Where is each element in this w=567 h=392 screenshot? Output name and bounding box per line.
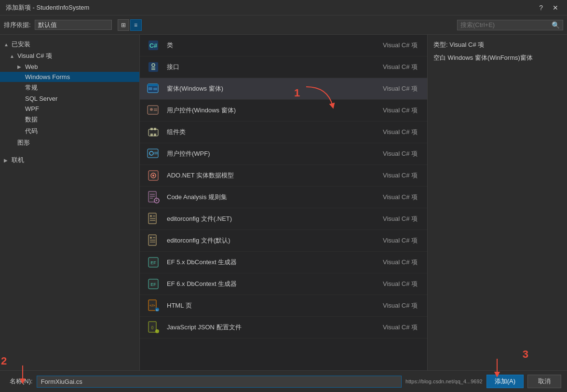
form-icon xyxy=(146,81,161,96)
close-button[interactable]: ✕ xyxy=(550,3,561,13)
tree-item-online[interactable]: ▶ 联机 xyxy=(0,154,139,166)
expand-arrow xyxy=(17,106,25,111)
item-category: Visual C# 项 xyxy=(364,84,421,93)
tree-item-web[interactable]: ▶ Web xyxy=(0,62,139,72)
tree-item-wpf[interactable]: WPF xyxy=(0,104,139,114)
item-name: Code Analysis 规则集 xyxy=(167,193,364,202)
list-item[interactable]: editorconfig 文件(.NET) Visual C# 项 xyxy=(140,208,427,230)
item-category: Visual C# 项 xyxy=(364,171,421,180)
tree-item-data[interactable]: 数据 xyxy=(0,114,139,125)
bottom-actions: https://blog.csdn.net/qq_4...9692 3 添加(A… xyxy=(405,375,561,388)
svg-point-36 xyxy=(150,215,152,217)
tree-item-installed[interactable]: ▲ 已安装 xyxy=(0,39,139,50)
item-category: Visual C# 项 xyxy=(364,41,421,50)
item-category: Visual C# 项 xyxy=(364,323,421,332)
tree-item-sql-server[interactable]: SQL Server xyxy=(0,94,139,104)
svg-rect-18 xyxy=(154,128,156,130)
help-button[interactable]: ? xyxy=(536,3,546,13)
list-item[interactable]: C# 类 Visual C# 项 xyxy=(140,35,427,56)
expand-arrow: ▲ xyxy=(4,42,12,47)
list-item[interactable]: Code Analysis 规则集 Visual C# 项 xyxy=(140,187,427,208)
expand-arrow xyxy=(17,96,25,101)
sort-dropdown[interactable]: 默认值 名称 类型 xyxy=(35,20,112,30)
tree-label: WPF xyxy=(25,105,39,112)
item-name: 组件类 xyxy=(167,128,364,136)
item-category: Visual C# 项 xyxy=(364,236,421,245)
url-text: https://blog.csdn.net/qq_4...9692 xyxy=(405,378,483,384)
search-box[interactable]: 🔍 xyxy=(457,20,563,30)
list-item[interactable]: EF EF 5.x DbContext 生成器 Visual C# 项 xyxy=(140,252,427,273)
item-category: Visual C# 项 xyxy=(364,280,421,288)
left-panel: ▲ 已安装 ▲ Visual C# 项 ▶ Web Windows Forms … xyxy=(0,35,140,370)
search-icon: 🔍 xyxy=(552,21,560,29)
ef6-icon: EF xyxy=(146,276,161,292)
list-item[interactable]: EF EF 6.x DbContext 生成器 Visual C# 项 xyxy=(140,273,427,295)
item-name: 类 xyxy=(167,41,364,50)
editorconfig-default-icon xyxy=(146,233,161,248)
titlebar: 添加新项 - StudentInfoSystem ? ✕ xyxy=(0,0,567,15)
list-item[interactable]: 用户控件(WPF) Visual C# 项 xyxy=(140,143,427,165)
item-category: Visual C# 项 xyxy=(364,258,421,267)
tree-item-regular[interactable]: 常规 xyxy=(0,82,139,94)
editorconfig-net-icon xyxy=(146,211,161,227)
item-category: Visual C# 项 xyxy=(364,215,421,223)
svg-point-41 xyxy=(150,237,152,239)
svg-rect-19 xyxy=(150,134,153,136)
list-item[interactable]: ADO.NET 实体数据模型 Visual C# 项 xyxy=(140,165,427,187)
svg-rect-17 xyxy=(150,128,153,130)
cancel-button[interactable]: 取消 xyxy=(527,375,561,388)
filename-input[interactable] xyxy=(37,376,402,388)
item-name: HTML 页 xyxy=(167,301,364,310)
tree-label: 已安装 xyxy=(12,40,30,49)
tree-item-graphics[interactable]: 图形 xyxy=(0,137,139,149)
expand-arrow: ▶ xyxy=(17,64,25,69)
class-icon: C# xyxy=(146,38,161,53)
tree-label: Web xyxy=(25,63,38,70)
add-button[interactable]: 添加(A) xyxy=(486,375,524,388)
svg-text:{}: {} xyxy=(151,325,154,329)
svg-rect-8 xyxy=(148,84,158,86)
sort-label: 排序依据: xyxy=(4,21,31,29)
item-name: EF 5.x DbContext 生成器 xyxy=(167,258,364,267)
list-item[interactable]: {} JavaScript JSON 配置文件 Visual C# 项 xyxy=(140,317,427,338)
item-category: Visual C# 项 xyxy=(364,128,421,136)
list-item[interactable]: 用户控件(Windows 窗体) Visual C# 项 xyxy=(140,100,427,122)
item-name: ADO.NET 实体数据模型 xyxy=(167,171,364,180)
expand-arrow xyxy=(10,140,17,146)
expand-arrow xyxy=(17,85,25,91)
tree-item-code[interactable]: 代码 xyxy=(0,125,139,137)
list-item[interactable]: 组件类 Visual C# 项 xyxy=(140,122,427,143)
list-item-form[interactable]: 窗体(Windows 窗体) Visual C# 项 xyxy=(140,78,427,100)
list-item[interactable]: editorconfig 文件(默认) Visual C# 项 xyxy=(140,230,427,252)
search-input[interactable] xyxy=(460,21,552,28)
add-new-item-dialog: 排序依据: 默认值 名称 类型 ⊞ ≡ 🔍 ▲ 已安装 ▲ Visual C# … xyxy=(0,15,567,392)
grid-view-button[interactable]: ⊞ xyxy=(118,19,129,31)
tree-label: 图形 xyxy=(17,138,30,147)
item-name: editorconfig 文件(默认) xyxy=(167,236,364,245)
svg-point-27 xyxy=(152,175,154,176)
tree-label: 常规 xyxy=(25,83,38,92)
ef5-icon: EF xyxy=(146,255,161,270)
component-icon xyxy=(146,124,161,140)
info-description: 空白 Windows 窗体(WinForms)窗体 xyxy=(433,53,561,63)
tree-item-windows-forms[interactable]: Windows Forms xyxy=(0,72,139,82)
item-category: Visual C# 项 xyxy=(364,106,421,115)
expand-arrow: ▲ xyxy=(10,54,17,59)
svg-point-13 xyxy=(150,108,153,111)
center-panel: 1 C# 类 xyxy=(140,35,427,370)
svg-point-55 xyxy=(155,329,159,333)
ado-net-icon xyxy=(146,168,161,183)
json-icon: {} xyxy=(146,320,161,335)
tree-label: 联机 xyxy=(12,156,24,164)
dialog-title: 添加新项 - StudentInfoSystem xyxy=(6,3,89,12)
list-view-button[interactable]: ≡ xyxy=(130,19,142,31)
item-category: Visual C# 项 xyxy=(364,149,421,158)
list-item[interactable]: 接口 Visual C# 项 xyxy=(140,56,427,78)
tree-item-visual-csharp[interactable]: ▲ Visual C# 项 xyxy=(0,50,139,62)
item-name: 接口 xyxy=(167,63,364,71)
html-icon: </> H xyxy=(146,298,161,313)
list-item[interactable]: </> H HTML 页 Visual C# 项 xyxy=(140,295,427,317)
svg-text:EF: EF xyxy=(150,260,156,265)
tree-label: Visual C# 项 xyxy=(17,52,52,60)
interface-icon xyxy=(146,59,161,75)
